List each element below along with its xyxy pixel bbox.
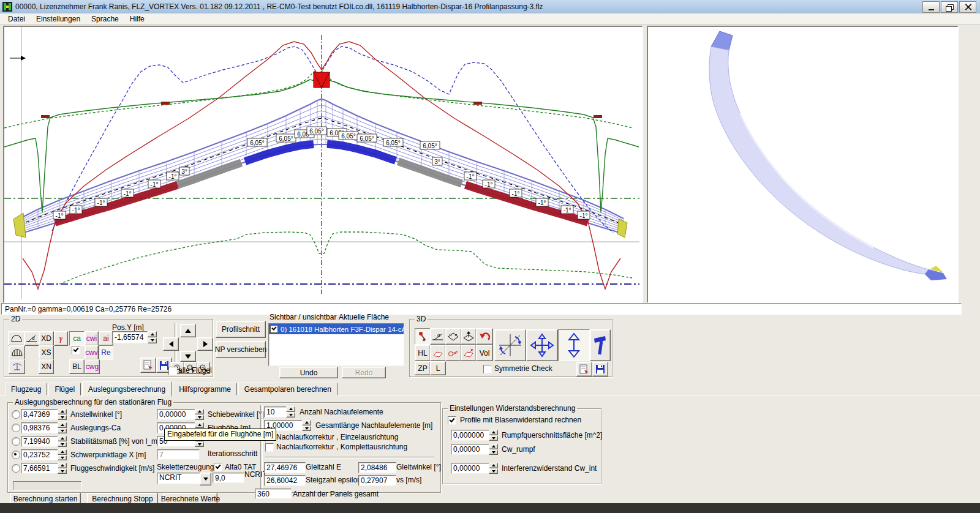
fluggeschwindigkeit-input[interactable]	[21, 463, 60, 474]
schwerpunktlage-spinner[interactable]	[58, 449, 67, 460]
radio-auslegungs-ca[interactable]	[12, 424, 20, 432]
anstellwinkel-spinner[interactable]	[58, 409, 67, 420]
posy-spin-down-icon[interactable]	[148, 338, 157, 344]
view-xd-button[interactable]: XD	[39, 331, 54, 346]
minimize-button[interactable]	[922, 1, 940, 13]
tab-fluegel[interactable]: Flügel	[48, 383, 81, 395]
cw-rumpf-input[interactable]	[451, 444, 491, 455]
tab-auslegungsberechnung[interactable]: Auslegungsberechnung	[82, 381, 172, 397]
posy-input[interactable]	[112, 331, 148, 343]
screw-button[interactable]	[445, 345, 461, 361]
tab-flugzeug[interactable]: Flugzeug	[5, 383, 47, 395]
nachlauf-laenge-spinner[interactable]	[302, 420, 311, 431]
panel-view-button[interactable]	[445, 328, 461, 345]
view-gamma-button[interactable]: γ	[54, 331, 68, 346]
radio-stabilitaetsmass[interactable]	[12, 437, 20, 446]
blasenwiderstand-checkbox[interactable]	[448, 416, 456, 425]
auslegungs-ca-spinner[interactable]	[58, 422, 67, 433]
radio-schwerpunktlage[interactable]	[12, 451, 20, 459]
reset-view-button[interactable]	[476, 328, 493, 345]
pan-up-button[interactable]	[180, 324, 196, 337]
np-verschieben-button[interactable]: NP verschieben	[216, 341, 266, 358]
zp-button[interactable]: ZP	[415, 361, 431, 375]
steigzahl-field[interactable]	[264, 475, 306, 486]
posy-spin-up-icon[interactable]	[148, 331, 157, 337]
restore-button[interactable]	[941, 1, 958, 13]
cw-rumpf-spinner[interactable]	[489, 444, 498, 455]
zoom-3d-button[interactable]	[558, 329, 590, 361]
nachlauf-anzahl-spinner[interactable]	[286, 406, 295, 418]
radio-fluggeschwindigkeit[interactable]	[12, 464, 20, 473]
view-bl-button[interactable]: BL	[69, 359, 85, 374]
redo-button[interactable]: Redo	[342, 367, 386, 378]
menu-hilfe[interactable]: Hilfe	[124, 14, 150, 24]
gleitzahl-field[interactable]	[264, 462, 306, 473]
ca-visibility-checkbox[interactable]	[72, 346, 80, 354]
rumpfquerschnitt-input[interactable]	[451, 430, 491, 441]
move-3d-button[interactable]	[526, 329, 558, 361]
symmetrie-check-checkbox[interactable]	[483, 365, 492, 373]
menu-einstellungen[interactable]: Einstellungen	[31, 14, 86, 24]
panel-normal-3d-button[interactable]	[461, 328, 477, 345]
rumpfquerschnitt-spinner[interactable]	[489, 430, 498, 441]
pan-down-button[interactable]	[180, 351, 196, 362]
view-3d-panel[interactable]	[647, 26, 959, 303]
menu-datei[interactable]: Datei	[2, 14, 31, 24]
stabilitaetsmass-input[interactable]	[21, 436, 60, 447]
l-button[interactable]: L	[430, 361, 446, 375]
view-cwg-button[interactable]: cwg	[85, 359, 100, 374]
export-3d-button[interactable]	[576, 362, 592, 376]
profilschnitt-button[interactable]: Profilschnitt	[216, 321, 266, 338]
radio-anstellwinkel[interactable]	[12, 410, 20, 419]
surface-list-item[interactable]: 0) 161018 Halbhorten F3F-Dispar 14-cA=0 …	[269, 324, 404, 334]
pan-left-button[interactable]	[163, 337, 179, 351]
view-wing-outline-button[interactable]	[8, 331, 25, 346]
view-panel-normals-button[interactable]	[9, 359, 25, 374]
export-2d-button[interactable]	[140, 358, 156, 373]
surface-visible-checkbox[interactable]	[270, 325, 278, 333]
vs-field[interactable]	[358, 475, 396, 486]
view-xn-button[interactable]: XN	[39, 359, 54, 374]
ncrit-select-arrow[interactable]	[200, 473, 211, 485]
hl-button[interactable]: HL	[415, 345, 431, 361]
tab-hilfsprogramme[interactable]: Hilfsprogramme	[173, 383, 237, 395]
undo-button[interactable]: Undo	[279, 367, 338, 378]
cw-int-spinner[interactable]	[489, 463, 498, 474]
schiebewinkel-spinner[interactable]	[195, 409, 204, 420]
tab-gesamtpolaren[interactable]: Gesamtpolaren berechnen	[238, 383, 337, 395]
posy-spinner[interactable]	[148, 331, 157, 343]
close-button[interactable]	[959, 1, 976, 13]
menu-sprache[interactable]: Sprache	[86, 14, 124, 24]
cw-int-input[interactable]	[451, 463, 491, 474]
view-mesh-button[interactable]	[9, 345, 25, 360]
surfaces-listbox[interactable]: 0) 161018 Halbhorten F3F-Dispar 14-cA=0 …	[268, 323, 404, 366]
alfa0-tat-checkbox[interactable]	[214, 463, 222, 471]
view-xs-button[interactable]: XS	[39, 345, 54, 360]
nachlaufkorrektur-komplett-checkbox[interactable]	[265, 443, 274, 452]
alpha-3d-button[interactable]: α	[430, 328, 446, 345]
gleitwinkel-field[interactable]	[358, 462, 396, 473]
rotate-3d-button[interactable]	[494, 329, 526, 361]
anstellwinkel-input[interactable]	[21, 409, 60, 420]
titlebar[interactable]: 00000, Lizenznehmer Frank Ranis, FLZ_VOR…	[0, 0, 980, 13]
iterationsschritt-input[interactable]	[157, 449, 200, 460]
plot-2d-panel[interactable]: 6,05°6,05°6,05°6,05°6,05°6,05°6,05°6,05°…	[3, 26, 643, 303]
view-re-button[interactable]: Re	[99, 345, 113, 360]
fluggeschwindigkeit-spinner[interactable]	[58, 463, 67, 474]
build-3d-button[interactable]	[590, 329, 611, 361]
ncrit-value-input[interactable]	[213, 473, 244, 483]
view-alpha-button[interactable]: α	[24, 331, 40, 346]
view-cwi-button[interactable]: cwi	[85, 331, 99, 346]
schiebewinkel-input[interactable]	[157, 409, 197, 420]
nachlauf-anzahl-input[interactable]	[264, 406, 288, 418]
pan-right-button[interactable]	[197, 337, 213, 351]
panels-gesamt-field[interactable]	[255, 489, 292, 499]
panel-red-button[interactable]	[430, 345, 446, 361]
view-ai-button[interactable]: ai	[99, 331, 113, 346]
vol-button[interactable]: Vol	[476, 345, 493, 361]
save-3d-button[interactable]	[592, 362, 608, 376]
auslegungs-ca-input[interactable]	[21, 422, 60, 433]
view-ca-button[interactable]: ca	[69, 331, 85, 346]
render-paint-button[interactable]: #	[415, 328, 431, 345]
alle-fluegel-checkbox[interactable]	[168, 367, 177, 375]
